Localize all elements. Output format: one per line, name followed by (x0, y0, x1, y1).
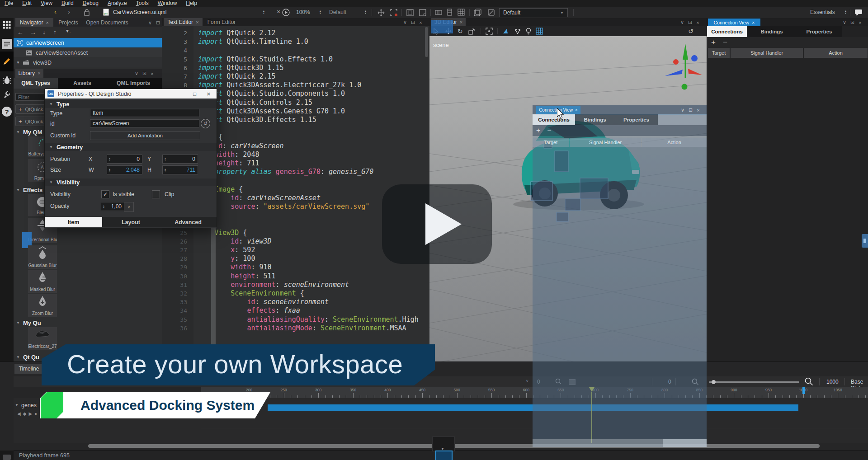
dialog-close-icon[interactable]: × (207, 90, 211, 98)
welcome-mode-icon[interactable] (3, 21, 11, 29)
floating-connection-view[interactable]: Connection View × ∨⊡× Connections Bindin… (533, 105, 707, 447)
move-anchor-icon[interactable] (377, 9, 385, 17)
document-stepper[interactable]: ▲▼ (263, 10, 265, 14)
close-icon[interactable]: × (752, 20, 755, 25)
close-panel-icon[interactable]: × (151, 71, 153, 76)
remove-connection-button[interactable]: − (723, 38, 727, 47)
tab-assets[interactable]: Assets (59, 78, 106, 89)
chevron-down-icon[interactable]: ∨ (403, 19, 407, 25)
close-icon[interactable]: × (46, 20, 48, 25)
debug-mode-icon[interactable] (3, 76, 11, 85)
dock-preview-box[interactable] (435, 451, 453, 460)
tab-timeline[interactable]: Timeline (14, 364, 43, 374)
menu-debug[interactable]: Debug (78, 0, 103, 7)
close-icon[interactable]: × (575, 108, 578, 113)
partial-rail-icon[interactable] (3, 455, 11, 460)
add-connection-button[interactable]: + (711, 38, 716, 47)
library-item-masked-blur[interactable]: Masked Blur (28, 270, 57, 293)
edit-mode-icon[interactable] (2, 39, 12, 49)
h-spinbox[interactable]: ▲▼711 (162, 165, 198, 174)
nav-left-icon[interactable]: ← (17, 28, 24, 36)
nav-back-button[interactable]: ‹ (54, 8, 57, 15)
video-play-overlay[interactable] (382, 184, 492, 264)
end-frame-marker[interactable] (802, 387, 805, 394)
distribute-horizontal-icon[interactable] (435, 9, 442, 15)
tree-row-view3d[interactable]: ▼ view3D (14, 58, 162, 67)
nav-up-icon[interactable]: ↑ (53, 28, 57, 36)
floating-tab-connections[interactable]: Connections (533, 114, 575, 125)
tab-open-documents[interactable]: Open Documents (83, 18, 131, 27)
dialog-titlebar[interactable]: DS Properties - Qt Design Studio □ × (45, 89, 217, 99)
menu-build[interactable]: Build (57, 0, 78, 7)
properties-dialog[interactable]: DS Properties - Qt Design Studio □ × ▼Ty… (44, 89, 217, 228)
clip-checkbox[interactable] (152, 190, 160, 198)
tab-qml-types[interactable]: QML Types (14, 78, 58, 89)
float-panel-icon[interactable]: ⊡ (850, 19, 854, 25)
tree-row-carviewscreen[interactable]: carViewScreen (14, 38, 162, 47)
close-panel-icon[interactable]: × (419, 20, 422, 25)
float-panel-icon[interactable]: ⊡ (689, 107, 693, 113)
section-type[interactable]: ▼Type (45, 100, 217, 108)
document-title[interactable]: CarViewScreen.ui.qml (113, 9, 167, 15)
nav-down-icon[interactable]: ↓ (42, 28, 46, 36)
floating-remove-button[interactable]: − (547, 127, 551, 135)
x-spinbox[interactable]: ▲▼0 (107, 155, 142, 164)
design-mode-icon[interactable] (0, 52, 14, 71)
tab-navigator[interactable]: Navigator× (15, 18, 53, 27)
tab-bindings[interactable]: Bindings (747, 26, 797, 37)
floating-add-button[interactable]: + (536, 127, 540, 135)
w-spinbox[interactable]: ▲▼2.048 (107, 165, 142, 174)
tab-connections[interactable]: Connections (707, 26, 747, 37)
close-icon[interactable]: × (196, 19, 198, 25)
dock-splitter-widget[interactable]: ▼ (432, 437, 455, 451)
nav-right-icon[interactable]: → (30, 28, 36, 36)
y-spinbox[interactable]: ▲▼0 (162, 155, 198, 164)
timeline-end-field[interactable]: 1000 (826, 379, 839, 385)
light-bulb-icon[interactable] (526, 28, 531, 35)
close-panel-icon[interactable]: × (859, 20, 861, 25)
lock-icon[interactable] (84, 9, 90, 16)
fit-view-icon[interactable] (486, 28, 493, 35)
maximize-icon[interactable]: □ (193, 91, 196, 97)
floating-tab-bindings[interactable]: Bindings (575, 114, 615, 125)
floating-tab-properties[interactable]: Properties (615, 114, 658, 125)
tab-qml-imports[interactable]: QML Imports (107, 78, 160, 89)
nav-forward-button[interactable]: › (68, 8, 70, 15)
zoom-level[interactable]: 100% (296, 9, 310, 15)
float-panel-icon[interactable]: ⊡ (142, 70, 146, 76)
library-item-electriccar[interactable]: Electriccar_27 (28, 327, 57, 350)
chevron-icon[interactable]: ∨ (526, 379, 529, 383)
menu-analyze[interactable]: Analyze (103, 0, 132, 7)
section-visibility[interactable]: ▼Visibility (45, 178, 217, 186)
chevron-down-icon[interactable]: ∨ (681, 107, 684, 113)
border-outline-icon[interactable] (406, 9, 414, 17)
float-panel-icon[interactable]: ⊡ (411, 19, 415, 25)
distribute-vertical-icon[interactable] (447, 9, 453, 16)
zoom-in-icon[interactable] (805, 377, 813, 386)
zoom-stepper[interactable]: ▲▼ (319, 10, 321, 14)
document-close-icon[interactable]: × (277, 8, 280, 15)
type-field[interactable] (90, 109, 199, 117)
merge-template-icon[interactable] (474, 9, 482, 16)
scale-tool-icon[interactable] (468, 28, 475, 35)
menu-window[interactable]: Window (153, 0, 182, 7)
tab-text-editor[interactable]: Text Editor× (164, 18, 203, 26)
menu-file[interactable]: File (0, 0, 18, 7)
axis-arrows-icon[interactable] (514, 28, 521, 35)
slider-handle[interactable] (712, 380, 716, 384)
editor-scrollbar[interactable] (425, 27, 428, 57)
opacity-dropdown[interactable]: ∨ (124, 202, 134, 212)
float-panel-icon[interactable]: ⊡ (688, 19, 692, 25)
tab-item[interactable]: Item (45, 217, 102, 227)
chevron-down-icon[interactable]: ∨ (680, 19, 684, 25)
tab-advanced[interactable]: Advanced (160, 217, 217, 227)
library-item-zoom-blur[interactable]: Zoom Blur (28, 294, 57, 317)
tab-layout[interactable]: Layout (102, 217, 160, 227)
projects-wrench-icon[interactable] (3, 90, 11, 99)
grid-layout-icon[interactable] (458, 9, 465, 16)
perspective-selector[interactable]: Essentials (810, 9, 835, 15)
id-field[interactable] (90, 119, 199, 127)
keyframe-controls[interactable]: ◀◆▶● (17, 411, 39, 416)
style-stepper[interactable]: ▲▼ (364, 10, 367, 14)
section-geometry[interactable]: ▼Geometry (45, 143, 217, 151)
